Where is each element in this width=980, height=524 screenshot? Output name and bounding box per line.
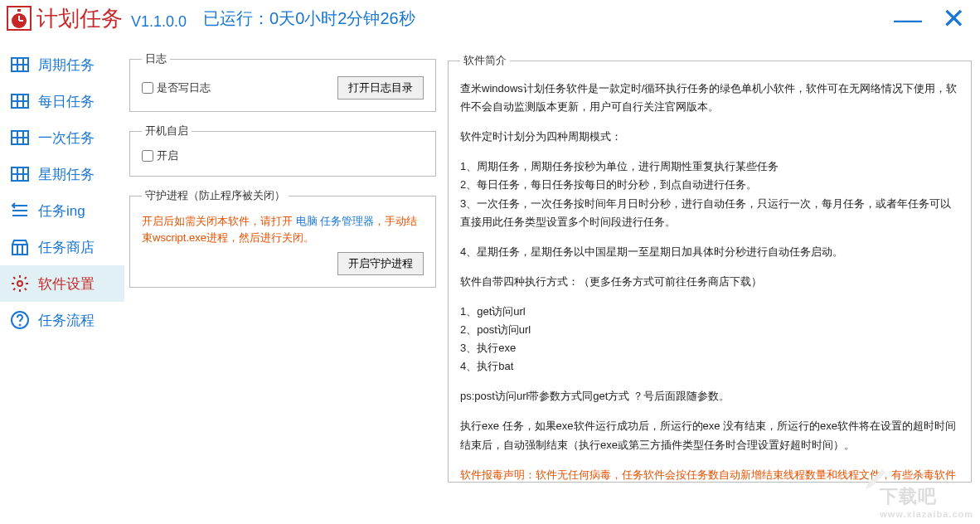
svg-point-29 (20, 325, 21, 326)
titlebar: 计划任务 V1.1.0.0 已运行：0天0小时2分钟26秒 — ✕ (0, 0, 980, 36)
sidebar-item-3[interactable]: 星期任务 (0, 156, 124, 192)
guard-warning: 开启后如需关闭本软件，请打开 电脑 任务管理器，手动结束wscript.exe进… (142, 213, 424, 245)
exec-list: 1、get访问url2、post访问url3、执行exe4、执行bat (460, 303, 959, 376)
guard-legend: 守护进程（防止程序被关闭） (142, 188, 289, 203)
svg-rect-2 (17, 9, 21, 12)
grid-icon (10, 55, 30, 75)
sidebar-item-0[interactable]: 周期任务 (0, 46, 124, 83)
start-guard-button[interactable]: 开启守护进程 (337, 252, 424, 275)
sidebar-item-label: 任务流程 (38, 311, 95, 330)
gear-icon (10, 274, 30, 294)
mode-line: 3、一次任务，一次任务按时间年月日时分秒，进行自动任务，只运行一次，每月任务，或… (460, 195, 959, 231)
store-icon (10, 237, 30, 257)
close-button[interactable]: ✕ (942, 4, 965, 32)
sidebar-item-label: 星期任务 (38, 165, 95, 184)
exec-line: 2、post访问url (460, 321, 959, 339)
sidebar-item-6[interactable]: 软件设置 (0, 265, 124, 302)
sidebar-item-label: 软件设置 (38, 274, 95, 294)
grid-icon (10, 91, 30, 111)
list-icon (10, 201, 30, 221)
app-icon (7, 6, 32, 31)
runtime-text: 已运行：0天0小时2分钟26秒 (203, 7, 415, 30)
sidebar: 周期任务每日任务一次任务星期任务任务ing任务商店软件设置任务流程 (0, 36, 124, 524)
window-controls: — ✕ (894, 4, 973, 32)
autostart-group: 开机自启 开启 (129, 124, 436, 177)
intro-p4: 执行exe 任务，如果exe软件运行成功后，所运行的exe 没有结束，所运行的e… (460, 417, 959, 454)
open-log-dir-button[interactable]: 打开日志目录 (337, 76, 424, 99)
exec-line: 3、执行exe (460, 339, 959, 357)
grid-icon (10, 128, 30, 148)
intro-ps: ps:post访问url带参数方式同get方式 ？号后面跟随参数。 (460, 387, 959, 405)
guard-group: 守护进程（防止程序被关闭） 开启后如需关闭本软件，请打开 电脑 任务管理器，手动… (129, 188, 436, 288)
intro-mode4: 4、星期任务，星期任务以中国星期一至星期日加具体时分秒进行自动任务启动。 (460, 243, 959, 261)
intro-p1: 查米windows计划任务软件是一款定时/循环执行任务的绿色单机小软件，软件可在… (460, 80, 959, 116)
app-title: 计划任务 (36, 4, 123, 33)
intro-group: 软件简介 查米windows计划任务软件是一款定时/循环执行任务的绿色单机小软件… (448, 51, 972, 483)
autostart-checkbox[interactable]: 开启 (142, 148, 178, 163)
svg-point-27 (17, 281, 22, 286)
autostart-legend: 开机自启 (142, 124, 192, 138)
sidebar-item-4[interactable]: 任务ing (0, 192, 124, 229)
sidebar-item-label: 任务商店 (38, 238, 95, 257)
write-log-checkbox[interactable]: 是否写日志 (142, 80, 211, 95)
mode-line: 2、每日任务，每日任务按每日的时分秒，到点自动进行任务。 (460, 176, 959, 194)
intro-p3: 软件自带四种执行方式：（更多任务方式可前往任务商店下载） (460, 273, 959, 291)
disclaimer-text: 软件报毒声明：软件无任何病毒，任务软件会按任务数自动新增结束线程数量和线程文件，… (460, 466, 959, 483)
grid-icon (10, 164, 30, 184)
sidebar-item-label: 每日任务 (38, 92, 95, 111)
exec-line: 4、执行bat (460, 357, 959, 376)
sidebar-item-1[interactable]: 每日任务 (0, 83, 124, 119)
svg-rect-24 (12, 245, 27, 255)
sidebar-item-5[interactable]: 任务商店 (0, 229, 124, 265)
log-group: 日志 是否写日志 打开日志目录 (129, 51, 436, 112)
mode-list: 1、周期任务，周期任务按秒为单位，进行周期性重复执行某些任务2、每日任务，每日任… (460, 158, 959, 230)
intro-legend: 软件简介 (460, 51, 510, 70)
sidebar-item-2[interactable]: 一次任务 (0, 119, 124, 156)
log-legend: 日志 (142, 51, 170, 66)
minimize-button[interactable]: — (894, 4, 922, 32)
mode-line: 1、周期任务，周期任务按秒为单位，进行周期性重复执行某些任务 (460, 158, 959, 176)
exec-line: 1、get访问url (460, 303, 959, 321)
sidebar-item-7[interactable]: 任务流程 (0, 302, 124, 338)
sidebar-item-label: 周期任务 (38, 56, 95, 75)
sidebar-item-label: 任务ing (38, 201, 85, 221)
help-icon (10, 310, 30, 330)
intro-p2: 软件定时计划分为四种周期模式： (460, 128, 959, 146)
sidebar-item-label: 一次任务 (38, 129, 95, 148)
version-label: V1.1.0.0 (131, 13, 187, 31)
